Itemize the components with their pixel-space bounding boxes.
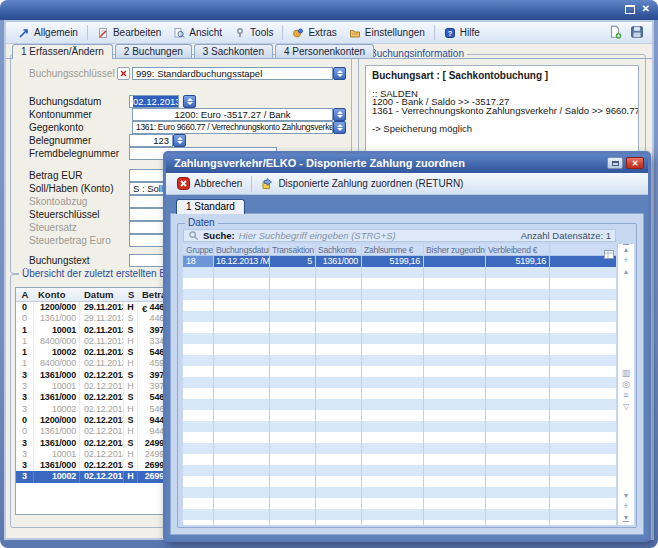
arrow-ne-icon [18, 27, 30, 39]
menu-ansicht[interactable]: Ansicht [167, 25, 228, 41]
cell-verbleibend: 5199,16 [485, 256, 549, 267]
tab-erfassen-aendern[interactable]: 1 Erfassen/Ändern [12, 44, 113, 59]
buchungsinformation-text: Buchungsart : [ Sachkontobuchung ] :: SA… [365, 65, 639, 155]
buchungsdatum-spinner[interactable] [183, 95, 196, 108]
titlebar[interactable]: 6 /Standardbuchungsstapel Zeitraum: 01.2… [0, 0, 658, 20]
menu-label: Einstellungen [365, 27, 425, 38]
kontonummer-label: Kontonummer [29, 108, 92, 121]
svg-text:?: ? [447, 29, 452, 38]
menu-hilfe[interactable]: ? Hilfe [438, 25, 486, 41]
tab-buchungen[interactable]: 2 Buchungen [115, 44, 192, 58]
col-buchungsdatum: Buchungsdatum [213, 244, 269, 255]
add-row-icon[interactable] [618, 501, 634, 512]
filter-icon[interactable] [618, 401, 634, 412]
list-icon[interactable] [618, 390, 634, 401]
search-bar[interactable]: Suche: Hier Suchbegriff eingeben (STRG+S… [183, 229, 616, 242]
menu-einstellungen[interactable]: Einstellungen [343, 25, 431, 41]
search-label: Suche: [203, 230, 235, 241]
search-placeholder: Hier Suchbegriff eingeben (STRG+S) [239, 230, 396, 241]
select-columns-icon[interactable] [604, 245, 614, 263]
tab-standard[interactable]: 1 Standard [176, 199, 245, 214]
red-x-icon [119, 69, 128, 78]
menu-extras[interactable]: Extras [286, 25, 342, 41]
daten-group-label: Daten [185, 217, 218, 228]
restore-icon[interactable] [625, 5, 635, 14]
belegnummer-label: Belegnummer [29, 134, 91, 147]
menu-tools[interactable]: Tools [228, 25, 279, 41]
table-nav-strip[interactable] [617, 244, 634, 525]
gegenkonto-field[interactable]: 1361: Euro 9660.77 / Verrechnungskonto Z… [132, 121, 333, 134]
skontoabzug-label: Skontoabzug [29, 195, 87, 208]
payment-table-header: Gruppe Buchungsdatum Transaktion Sachkon… [183, 244, 616, 256]
betrag-eur-label: Betrag EUR [29, 169, 82, 182]
dialog-body: 1 Standard Daten Suche: Hier Suchbegriff… [166, 195, 648, 539]
tab-personenkonten[interactable]: 4 Personenkonten [275, 44, 374, 58]
close-icon[interactable] [642, 4, 650, 14]
menu-label: Hilfe [460, 27, 480, 38]
extras-icon [292, 27, 304, 39]
toolbar-separator [251, 176, 252, 192]
view-icon [173, 27, 185, 39]
help-icon: ? [444, 27, 456, 39]
goto-last-icon[interactable] [618, 512, 634, 523]
clear-button[interactable] [117, 67, 130, 80]
steuerschluessel-label: Steuerschlüssel [29, 208, 100, 221]
gegenkonto-dropdown[interactable] [333, 121, 346, 134]
assign-icon [261, 177, 274, 190]
cell-bisher [423, 256, 485, 267]
buchungsschluessel-dropdown[interactable] [333, 67, 346, 80]
app-window: 6 /Standardbuchungsstapel Zeitraum: 01.2… [0, 0, 658, 548]
col-zahlsumme: Zahlsumme € [361, 244, 423, 255]
col-gruppe: Gruppe [183, 244, 213, 255]
assign-label: Disponierte Zahlung zuordnen (RETURN) [278, 178, 463, 189]
menu-label: Allgemein [34, 27, 78, 38]
buchungsschluessel-field[interactable]: 999: Standardbuchungsstapel [132, 67, 333, 80]
cancel-button[interactable]: Abbrechen [172, 175, 247, 192]
daten-group: Daten Suche: Hier Suchbegriff eingeben (… [177, 223, 637, 528]
buchungsdatum-field[interactable]: 02.12.2013 [129, 95, 179, 108]
menu-label: Extras [308, 27, 336, 38]
belegnummer-field[interactable]: 123 [129, 134, 173, 147]
scroll-down-icon[interactable] [618, 490, 634, 501]
dialog-zahlungsverkehr: Zahlungsverkehr/ELKO - Disponierte Zahlu… [163, 151, 651, 542]
menu-allgemein[interactable]: Allgemein [12, 25, 84, 41]
add-row-icon[interactable] [618, 255, 634, 266]
dialog-title: Zahlungsverkehr/ELKO - Disponierte Zahlu… [174, 157, 465, 169]
dialog-close-icon[interactable] [626, 157, 644, 169]
columns-icon[interactable] [618, 368, 634, 379]
col-verbleibend: Verbleibend € [485, 244, 549, 255]
goto-first-icon[interactable] [618, 244, 634, 255]
new-document-icon[interactable] [608, 25, 622, 39]
main-tabs: 1 Erfassen/Ändern 2 Buchungen 3 Sachkont… [12, 44, 376, 59]
menu-separator [282, 25, 283, 40]
belegnummer-spinner[interactable] [173, 134, 186, 147]
kontonummer-field[interactable]: 1200: Euro -3517.27 / Bank [132, 108, 333, 121]
payment-row-selected[interactable]: 18 16.12.2013 /Mo 5 1361/000 5199,16 519… [183, 256, 616, 267]
menu-label: Ansicht [189, 27, 222, 38]
save-icon[interactable] [630, 25, 644, 39]
assign-payment-button[interactable]: Disponierte Zahlung zuordnen (RETURN) [256, 175, 468, 192]
tools-icon [234, 27, 246, 39]
tab-sachkonten[interactable]: 3 Sachkonten [194, 44, 273, 58]
speicherung-line: -> Speicherung möglich [372, 125, 632, 134]
menu-label: Bearbeiten [113, 27, 161, 38]
cell-transaktion: 5 [269, 256, 315, 267]
dialog-titlebar[interactable]: Zahlungsverkehr/ELKO - Disponierte Zahlu… [166, 154, 648, 173]
menu-label: Tools [250, 27, 273, 38]
col-transaktion: Transaktion [269, 244, 315, 255]
edit-icon [97, 27, 109, 39]
kontonummer-dropdown[interactable] [333, 108, 346, 121]
record-count: Anzahl Datensätze: 1 [521, 230, 611, 241]
selected-date-text: 02.12.2013 [133, 96, 179, 107]
saldo-line-1361: 1361 - Verrechnungskonto Zahlungsverkehr… [372, 107, 632, 116]
soll-haben-label: Soll/Haben (Konto) [29, 182, 114, 195]
dialog-maximize-icon[interactable] [607, 157, 623, 169]
gegenkonto-label: Gegenkonto [29, 121, 84, 134]
menu-bearbeiten[interactable]: Bearbeiten [91, 25, 167, 41]
buchungstext-label: Buchungstext [29, 254, 90, 267]
scroll-up-icon[interactable] [618, 266, 634, 277]
find-icon[interactable] [618, 379, 634, 390]
cell-buchungsdatum: 16.12.2013 /Mo [213, 256, 269, 267]
cell-sachkonto: 1361/000 [315, 256, 361, 267]
col-sachkonto: Sachkonto [315, 244, 361, 255]
